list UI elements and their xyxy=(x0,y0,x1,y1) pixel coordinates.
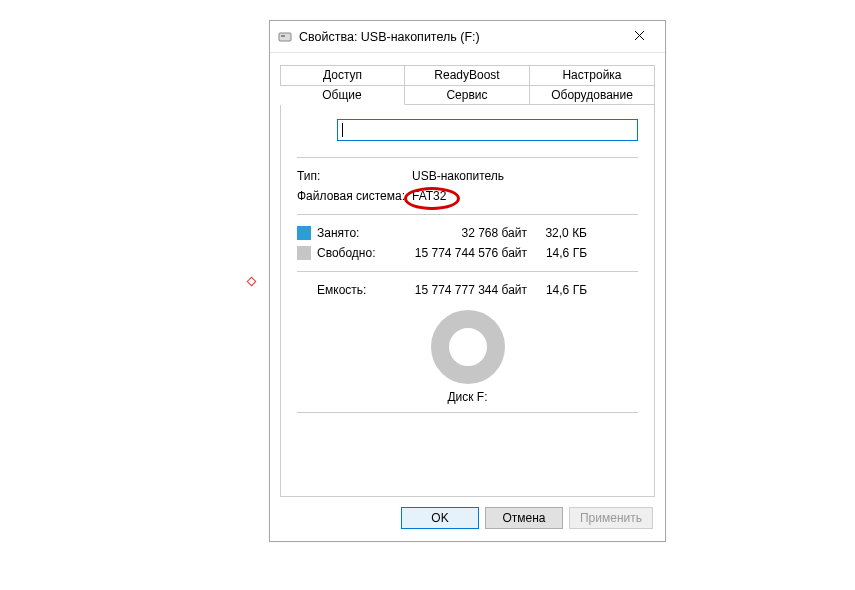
separator xyxy=(297,412,638,413)
type-value: USB-накопитель xyxy=(412,169,504,183)
drive-icon xyxy=(278,30,292,44)
capacity-size: 14,6 ГБ xyxy=(527,283,587,297)
tab-readyboost[interactable]: ReadyBoost xyxy=(405,65,530,85)
free-label: Свободно: xyxy=(317,246,407,260)
tab-access[interactable]: Доступ xyxy=(280,65,405,85)
cancel-button[interactable]: Отмена xyxy=(485,507,563,529)
separator xyxy=(297,271,638,272)
annotation-dot xyxy=(247,277,257,287)
usage-pie-chart xyxy=(431,310,505,384)
window-title: Свойства: USB-накопитель (F:) xyxy=(299,30,619,44)
used-label: Занято: xyxy=(317,226,407,240)
apply-button: Применить xyxy=(569,507,653,529)
separator xyxy=(297,214,638,215)
filesystem-value: FAT32 xyxy=(412,189,446,203)
tab-general[interactable]: Общие xyxy=(280,85,405,105)
tab-strip: Доступ ReadyBoost Настройка Общие Сервис… xyxy=(280,65,655,105)
free-swatch-icon xyxy=(297,246,311,260)
dialog-buttons: OK Отмена Применить xyxy=(401,507,653,529)
drive-name-input[interactable] xyxy=(337,119,638,141)
type-label: Тип: xyxy=(297,169,412,183)
capacity-bytes: 15 774 777 344 байт xyxy=(407,283,527,297)
disk-label: Диск F: xyxy=(297,390,638,404)
tab-tools[interactable]: Сервис xyxy=(405,85,530,105)
tab-customize[interactable]: Настройка xyxy=(530,65,655,85)
close-button[interactable] xyxy=(619,22,659,51)
separator xyxy=(297,157,638,158)
used-bytes: 32 768 байт xyxy=(407,226,527,240)
filesystem-label: Файловая система: xyxy=(297,189,412,203)
text-caret xyxy=(342,123,343,137)
used-swatch-icon xyxy=(297,226,311,240)
free-size: 14,6 ГБ xyxy=(527,246,587,260)
tab-panel-general: Тип: USB-накопитель Файловая система: FA… xyxy=(280,105,655,497)
capacity-label: Емкость: xyxy=(317,283,407,297)
tab-hardware[interactable]: Оборудование xyxy=(530,85,655,105)
close-icon xyxy=(634,30,645,44)
properties-dialog: Свойства: USB-накопитель (F:) Доступ Rea… xyxy=(269,20,666,542)
free-bytes: 15 774 744 576 байт xyxy=(407,246,527,260)
dialog-body: Доступ ReadyBoost Настройка Общие Сервис… xyxy=(280,65,655,497)
used-size: 32,0 КБ xyxy=(527,226,587,240)
ok-button[interactable]: OK xyxy=(401,507,479,529)
svg-rect-1 xyxy=(281,35,285,37)
titlebar[interactable]: Свойства: USB-накопитель (F:) xyxy=(270,21,665,53)
